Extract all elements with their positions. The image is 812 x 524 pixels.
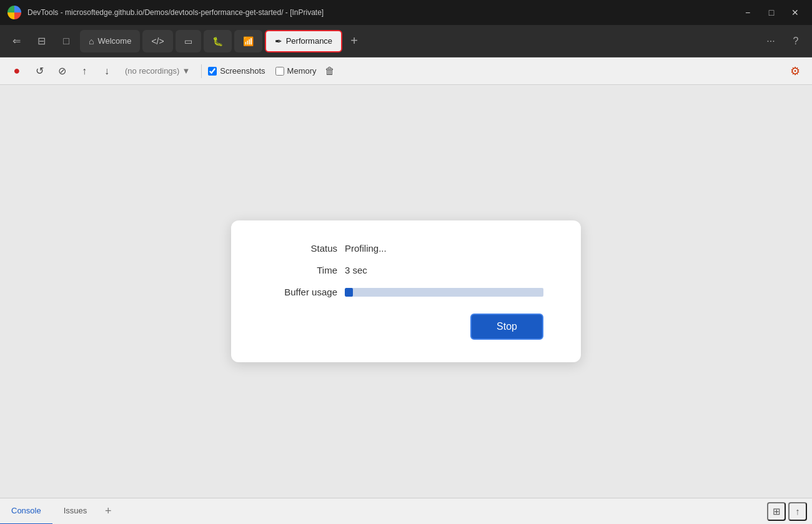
memory-label: Memory (287, 66, 317, 76)
tab-bugs[interactable]: 🐛 (204, 30, 232, 52)
buffer-label: Buffer usage (269, 287, 337, 297)
download-icon: ↓ (104, 66, 109, 77)
stop-row: Stop (269, 314, 543, 340)
status-label: Status (269, 243, 337, 254)
stop-button[interactable]: Stop (470, 314, 543, 340)
tab-welcome-label: Welcome (97, 36, 131, 46)
title-bar-controls: − □ ✕ (738, 6, 805, 19)
tab-performance[interactable]: ✒ Performance (265, 30, 342, 52)
time-label: Time (269, 265, 337, 275)
reload-icon: ↺ (36, 65, 44, 77)
buffer-bar-container (345, 288, 543, 297)
bottom-bar: Console Issues + ⊞ ↑ (0, 498, 812, 524)
toolbar-separator (201, 64, 202, 78)
main-content: Status Profiling... Time 3 sec Buffer us… (0, 85, 812, 498)
performance-icon: ✒ (275, 36, 282, 46)
maximize-button[interactable]: □ (762, 6, 781, 19)
gear-icon: ⚙ (790, 64, 800, 78)
clear-icon: ⊘ (58, 65, 66, 77)
help-button[interactable]: ? (785, 30, 807, 52)
performance-toolbar: ● ↺ ⊘ ↑ ↓ (no recordings) ▼ Screenshots … (0, 57, 812, 85)
wifi-icon: 📶 (243, 36, 254, 46)
profiling-card: Status Profiling... Time 3 sec Buffer us… (231, 220, 581, 362)
memory-checkbox[interactable] (275, 67, 284, 76)
dock-button[interactable]: ⊞ (767, 502, 786, 521)
toolbar-options: Screenshots Memory (208, 66, 316, 76)
add-tab-button[interactable]: + (345, 32, 364, 51)
download-button[interactable]: ↓ (97, 62, 116, 81)
delete-recordings-button[interactable]: 🗑 (320, 62, 339, 81)
more-tabs-button[interactable]: ··· (760, 30, 782, 52)
tab-sources[interactable]: </> (142, 30, 172, 52)
status-row: Status Profiling... (269, 243, 543, 254)
time-row: Time 3 sec (269, 265, 543, 275)
screenshots-label: Screenshots (220, 66, 265, 76)
bottom-tab-issues[interactable]: Issues (52, 498, 99, 525)
record-icon: ● (14, 64, 21, 77)
title-bar-text: DevTools - microsoftedge.github.io/Demos… (27, 8, 732, 17)
settings-button[interactable]: ⚙ (786, 62, 805, 81)
record-button[interactable]: ● (7, 62, 26, 81)
dock-icon: ⊞ (773, 506, 781, 517)
bottom-tab-console[interactable]: Console (0, 498, 52, 525)
tab-welcome[interactable]: ⌂ Welcome (80, 30, 140, 52)
undock-button[interactable]: ↑ (788, 502, 807, 521)
tab-nav-panel[interactable]: □ (55, 30, 77, 52)
console-tab-label: Console (11, 506, 41, 515)
issues-tab-label: Issues (64, 506, 87, 515)
bug-icon: 🐛 (212, 36, 223, 46)
upload-icon: ↑ (82, 66, 87, 77)
clear-button[interactable]: ⊘ (52, 62, 71, 81)
tab-bar-more: ··· ? (760, 30, 807, 52)
undock-icon: ↑ (795, 506, 800, 517)
screenshots-option[interactable]: Screenshots (208, 66, 265, 76)
reload-and-record-button[interactable]: ↺ (30, 62, 49, 81)
buffer-row: Buffer usage (269, 287, 543, 297)
tab-network2[interactable]: 📶 (234, 30, 262, 52)
home-icon: ⌂ (89, 36, 94, 46)
elements-icon: ▭ (184, 36, 192, 46)
memory-option[interactable]: Memory (275, 66, 317, 76)
close-button[interactable]: ✕ (786, 6, 805, 19)
minimize-button[interactable]: − (738, 6, 757, 19)
trash-icon: 🗑 (325, 66, 335, 77)
tab-elements[interactable]: ▭ (176, 30, 201, 52)
add-bottom-tab-button[interactable]: + (98, 502, 118, 522)
title-bar: DevTools - microsoftedge.github.io/Demos… (0, 0, 812, 25)
edge-icon (7, 6, 21, 19)
sources-icon: </> (151, 36, 164, 46)
tab-performance-label: Performance (286, 36, 332, 46)
status-value: Profiling... (345, 243, 387, 254)
recordings-dropdown[interactable]: (no recordings) ▼ (120, 62, 195, 80)
tab-nav-next[interactable]: ⊟ (30, 30, 52, 52)
tab-nav-prev[interactable]: ⇐ (5, 30, 27, 52)
tab-bar: ⇐ ⊟ □ ⌂ Welcome </> ▭ 🐛 📶 ✒ Performance … (0, 25, 812, 57)
dropdown-icon: ▼ (182, 66, 190, 76)
bottom-right-icons: ⊞ ↑ (767, 502, 812, 521)
recordings-label: (no recordings) (125, 66, 179, 76)
time-value: 3 sec (345, 265, 367, 275)
screenshots-checkbox[interactable] (208, 67, 217, 76)
buffer-bar-fill (345, 288, 353, 297)
upload-button[interactable]: ↑ (75, 62, 94, 81)
